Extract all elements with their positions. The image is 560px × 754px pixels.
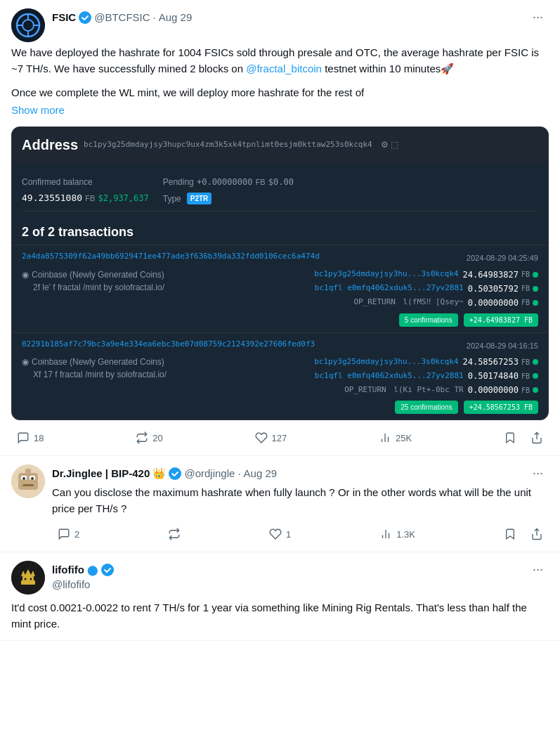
tweet-2-layout: Dr.Jinglee | BIP-420 👑 @ordjingle · Aug …: [11, 464, 549, 543]
bc-tx2-footer: 25 confirmations +24.58567253 FB: [22, 401, 538, 414]
bc-tx2-dot1: [533, 359, 538, 365]
bc-tx1-body: ◉ Coinbase (Newly Generated Coins) 2f le…: [22, 268, 538, 309]
bc-pending-section: Pending +0.00000000 FB $0.00 Type P2TR: [163, 174, 294, 205]
avatar-lifofifo[interactable]: [11, 561, 45, 594]
svg-point-30: [30, 578, 32, 580]
bc-tx1-out3: OP_RETURN l(fMS‼ [Qsey~ 0.00000000 FB: [353, 297, 538, 309]
views-button[interactable]: 25K: [373, 429, 417, 447]
tweet-2-author-name[interactable]: Dr.Jinglee | BIP-420 👑: [52, 467, 166, 480]
bc-tx2-from-sub: Xf 17 f fractal /mint by solofractal.io/: [33, 368, 167, 381]
bc-pending-usd: $0.00: [268, 177, 294, 187]
svg-rect-17: [31, 477, 34, 480]
bc-tx2-from: ◉ Coinbase (Newly Generated Coins) Xf 17…: [22, 356, 167, 381]
bc-tx1-opreturn: OP_RETURN l(fMS‼ [Qsey~: [353, 297, 463, 308]
bc-tx2-hash-row: 02291b185af7c79bc3a9e4e334ea6ebc3be07d08…: [22, 339, 538, 353]
tweet-1: FSIC @BTCFSIC · Aug 29 ··· We have deplo…: [0, 0, 560, 456]
bookmark-button[interactable]: [498, 429, 522, 447]
reply-icon: [58, 528, 70, 540]
bc-tx1-dot2: [533, 286, 538, 292]
tweet-1-author-handle[interactable]: @BTCFSIC: [94, 11, 150, 23]
tweet-1-more-button[interactable]: ···: [527, 8, 549, 26]
bc-tx2-to1[interactable]: bc1py3g25dmdayjsy3hu...3s0kcqk4: [314, 356, 458, 368]
tweet-3-body: It'd cost 0.0021-0.0022 to rent 7 TH/s f…: [11, 600, 549, 632]
tweet-1-verified-icon: [79, 11, 91, 24]
bc-tx2-outputs: bc1py3g25dmdayjsy3hu...3s0kcqk4 24.58567…: [314, 356, 538, 396]
bc-tx1-to2[interactable]: bc1qfl e0mfq4062xduk5...27yv2881: [315, 282, 464, 294]
tweet-1-mention-link[interactable]: @fractal_bitcoin: [246, 63, 322, 74]
bc-address-title: Address: [22, 134, 78, 155]
tweet-3-author-row: lifofifo ⬤ ···: [52, 561, 549, 578]
bc-tx1-hash[interactable]: 2a4da8575309f62a49bb6929471ee477ade3f636…: [22, 251, 320, 263]
tweet-2-author-handle[interactable]: @ordjingle: [184, 467, 235, 479]
tweet-1-meta: FSIC @BTCFSIC · Aug 29 ···: [52, 8, 549, 26]
avatar-fsic[interactable]: [11, 8, 45, 42]
tweet-3-dot-verified: ⬤: [87, 564, 98, 576]
bc-tx2-amount3: 0.00000000 FB: [468, 384, 538, 396]
bc-tx1-from-label: Coinbase (Newly Generated Coins): [32, 268, 164, 281]
bc-tx2-amount1: 24.58567253 FB: [462, 356, 538, 368]
tweet-1-header: FSIC @BTCFSIC · Aug 29 ···: [11, 8, 549, 42]
bc-tx1-amount1: 24.64983827 FB: [462, 268, 538, 281]
tweet-2-more-button[interactable]: ···: [527, 464, 549, 482]
svg-point-7: [79, 11, 91, 24]
bc-tx1-amount2: 0.50305792 FB: [468, 282, 538, 295]
tweet-3-more-button[interactable]: ···: [527, 561, 549, 578]
retweet-button[interactable]: 20: [130, 429, 168, 447]
tweet-3-verified-icon: [101, 564, 114, 576]
tweet-3-author-handle[interactable]: @lifofifo: [52, 578, 90, 590]
bc-tx1-outputs: bc1py3g25dmdayjsy3hu...3s0kcqk4 24.64983…: [314, 268, 538, 309]
bc-confirmed-label: Confirmed balance: [22, 177, 93, 187]
bc-tx1-dot1: [533, 272, 538, 278]
tweet-2-bookmark-button[interactable]: [498, 525, 522, 543]
like-button[interactable]: 127: [249, 429, 293, 447]
bc-tx1-from-sub: 2f le' f fractal /mint by solofractal.io…: [33, 281, 164, 294]
tweet-3-author-info: lifofifo ⬤: [52, 564, 114, 576]
tweet-2-views-button[interactable]: 1.3K: [374, 525, 421, 543]
reply-button[interactable]: 18: [11, 429, 49, 447]
bc-transactions-header: 2 of 2 transactions: [12, 217, 548, 245]
bc-tx2-confirmations: 25 confirmations: [395, 401, 457, 414]
bc-balance-section: Confirmed balance 49.23551080 FB $2,937,…: [12, 162, 548, 217]
bc-tx2-hash[interactable]: 02291b185af7c79bc3a9e4e334ea6ebc3be07d08…: [22, 339, 315, 351]
bc-tx1-total: +24.64983827 FB: [464, 313, 538, 327]
tweet-3-author-name[interactable]: lifofifo: [52, 564, 84, 576]
tweet-1-author-name[interactable]: FSIC: [52, 11, 76, 23]
tweet-2-reply-button[interactable]: 2: [52, 525, 85, 543]
bc-tx2-to2[interactable]: bc1qfl e0mfq4062xduk5...27yv2881: [315, 370, 464, 382]
bc-tx2-opreturn: OP_RETURN l(Ki Pt+-0bc TR: [344, 384, 464, 396]
svg-rect-13: [18, 473, 38, 490]
tweet-1-actions: 18 20 127 25K: [11, 429, 549, 447]
retweet-icon: [136, 431, 148, 444]
bc-type-value: P2TR: [187, 193, 212, 204]
tweet-1-date-value: Aug 29: [159, 11, 193, 23]
tweet-2-like-button[interactable]: 1: [263, 525, 297, 543]
tweet-2-retweet-button[interactable]: [162, 525, 186, 543]
like-count: 127: [272, 433, 287, 443]
bc-tx1-to1[interactable]: bc1py3g25dmdayjsy3hu...3s0kcqk4: [314, 268, 458, 280]
bc-tx1-confirmations: 5 confirmations: [399, 313, 458, 327]
bc-tx2-date: 2024-08-29 04:16:15: [467, 340, 538, 352]
tweet-2-author-info: Dr.Jinglee | BIP-420 👑 @ordjingle · Aug …: [52, 467, 277, 480]
tweet-1-author-info: FSIC @BTCFSIC · Aug 29: [52, 11, 192, 24]
tweet-2-like-count: 1: [286, 529, 291, 540]
bc-tx1-date: 2024-08-29 04:25:49: [467, 252, 538, 264]
tweet-3-meta: lifofifo ⬤ ··· @lifofifo: [52, 561, 549, 590]
bc-tx2-out1: bc1py3g25dmdayjsy3hu...3s0kcqk4 24.58567…: [314, 356, 538, 368]
tweet-2-right-actions: [498, 525, 549, 543]
tweet-1-date: ·: [153, 11, 156, 23]
blockchain-card: Address bc1py3g25dmdayjsy3hupc9ux4zm3k5x…: [11, 126, 549, 420]
bc-tx-1: 2a4da8575309f62a49bb6929471ee477ade3f636…: [12, 245, 548, 332]
svg-rect-16: [22, 477, 25, 480]
bc-tx-2: 02291b185af7c79bc3a9e4e334ea6ebc3be07d08…: [12, 332, 548, 420]
share-button[interactable]: [525, 429, 549, 447]
bc-address-icons: ⚙ ⬚: [381, 138, 398, 151]
tweet-1-text: We have deployed the hashrate for 1004 F…: [11, 45, 549, 77]
bc-address-value[interactable]: bc1py3g25dmdayjsy3hupc9ux4zm3k5xk4tpnlim…: [84, 139, 372, 151]
heart-icon: [269, 528, 282, 540]
bc-confirmed-value: 49.23551080: [22, 193, 82, 203]
bc-tx1-dot3: [533, 300, 538, 306]
show-more-link[interactable]: Show more: [11, 103, 549, 119]
tweet-2-share-button[interactable]: [525, 525, 549, 543]
avatar-drjinglee[interactable]: [11, 464, 45, 498]
bc-tx1-amount3: 0.00000000 FB: [468, 297, 538, 309]
